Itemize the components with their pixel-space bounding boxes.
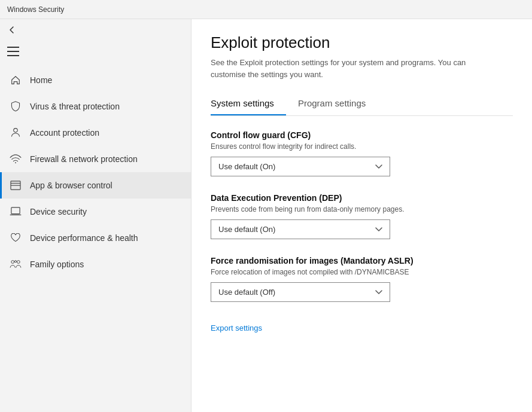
laptop-icon [10,206,22,218]
main-content: Exploit protection See the Exploit prote… [191,19,532,412]
sidebar-item-account[interactable]: Account protection [0,120,191,146]
sidebar-item-firewall[interactable]: Firewall & network protection [0,146,191,172]
setting-aslr-dropdown[interactable]: Use default (Off) [211,282,390,302]
svg-point-11 [14,261,16,263]
svg-point-3 [14,129,18,133]
sidebar-label-firewall: Firewall & network protection [30,154,138,164]
svg-rect-2 [7,55,19,56]
setting-dep: Data Execution Prevention (DEP) Prevents… [211,193,513,239]
setting-dep-dropdown-value: Use default (On) [218,225,275,234]
app-title: Windows Security [7,5,64,14]
chevron-down-icon [375,164,382,169]
sidebar-item-app-browser[interactable]: App & browser control [0,172,191,199]
setting-cfg-dropdown-value: Use default (On) [218,162,275,171]
svg-point-4 [15,162,16,163]
setting-aslr-desc: Force relocation of images not compiled … [211,268,513,276]
sidebar-item-home[interactable]: Home [0,67,191,93]
sidebar-label-device-perf: Device performance & health [30,233,138,243]
page-desc: See the Exploit protection settings for … [211,57,498,80]
chevron-down-icon [375,290,382,295]
title-bar: Windows Security [0,0,532,19]
browser-icon [10,179,22,191]
chevron-down-icon [375,227,382,232]
family-icon [10,258,22,270]
setting-dep-dropdown[interactable]: Use default (On) [211,219,390,239]
sidebar-label-family: Family options [30,260,84,269]
setting-aslr-title: Force randomisation for images (Mandator… [211,256,513,265]
heart-icon [10,232,22,244]
setting-cfg-desc: Ensures control flow integrity for indir… [211,142,513,151]
sidebar-item-device-security[interactable]: Device security [0,199,191,225]
tabs-container: System settings Program settings [211,92,513,116]
sidebar-item-family[interactable]: Family options [0,251,191,277]
sidebar: Home Virus & threat protection Account p… [0,19,191,412]
setting-cfg: Control flow guard (CFG) Ensures control… [211,130,513,176]
sidebar-label-home: Home [30,75,52,85]
sidebar-item-device-perf[interactable]: Device performance & health [0,225,191,251]
svg-point-10 [17,261,20,264]
hamburger-icon [7,47,19,56]
setting-cfg-title: Control flow guard (CFG) [211,130,513,140]
wifi-icon [10,153,22,165]
shield-icon [10,100,22,112]
svg-rect-0 [7,47,19,48]
svg-point-9 [11,261,14,264]
svg-rect-8 [11,207,20,214]
back-button[interactable] [0,19,191,41]
sidebar-label-account: Account protection [30,128,99,138]
app-content: Home Virus & threat protection Account p… [0,19,532,412]
sidebar-label-device-security: Device security [30,207,87,216]
setting-cfg-dropdown[interactable]: Use default (On) [211,157,390,176]
sidebar-item-virus[interactable]: Virus & threat protection [0,93,191,120]
hamburger-button[interactable] [0,41,191,62]
setting-dep-desc: Prevents code from being run from data-o… [211,205,513,213]
svg-rect-1 [7,51,19,52]
setting-aslr-dropdown-value: Use default (Off) [218,288,275,297]
tab-program-settings[interactable]: Program settings [298,92,378,115]
sidebar-label-app-browser: App & browser control [30,181,113,190]
page-title: Exploit protection [211,33,513,52]
person-icon [10,127,22,139]
setting-dep-title: Data Execution Prevention (DEP) [211,193,513,203]
back-icon [7,25,17,35]
sidebar-label-virus: Virus & threat protection [30,102,120,111]
export-settings-link[interactable]: Export settings [211,324,262,332]
tab-system-settings[interactable]: System settings [211,92,286,115]
setting-aslr: Force randomisation for images (Mandator… [211,256,513,302]
home-icon [10,74,22,86]
